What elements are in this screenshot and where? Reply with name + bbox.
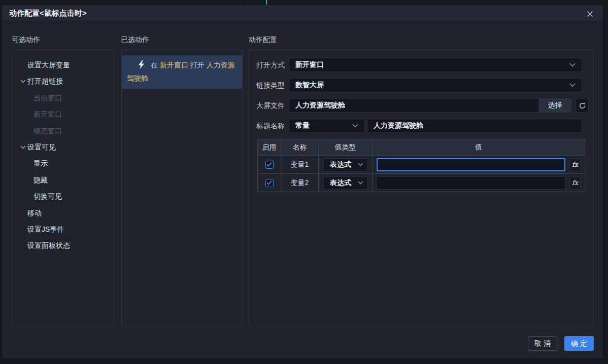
fx-button[interactable]: fx (569, 158, 581, 171)
value-input[interactable] (377, 177, 565, 189)
tree-item-move[interactable]: 移动 (12, 205, 114, 221)
confirm-button[interactable]: 确 定 (564, 336, 594, 351)
header-name: 名称 (281, 139, 319, 155)
action-text-prefix: 在 (151, 61, 158, 69)
table-header-row: 启用 名称 值类型 值 (258, 139, 585, 155)
available-actions-panel: 设置大屏变量 打开超链接 当前窗口 新开窗口 模态窗口 设置可见 显示 隐藏 切… (12, 50, 114, 327)
link-type-select[interactable]: 数智大屏 (289, 78, 582, 92)
chevron-down-icon (358, 181, 363, 185)
variables-table: 启用 名称 值类型 值 变量1 表达式 (257, 139, 585, 192)
tree-item-set-js-event[interactable]: 设置JS事件 (12, 221, 114, 237)
select-file-button[interactable]: 选择 (538, 99, 571, 112)
close-button[interactable] (584, 8, 596, 20)
tree-item-toggle-visibility[interactable]: 切换可见 (12, 188, 114, 204)
open-mode-label: 打开方式 (256, 58, 288, 72)
value-input-wrapper (377, 158, 565, 171)
header-value-type: 值类型 (319, 139, 373, 155)
tree-item-set-panel-state[interactable]: 设置面板状态 (12, 237, 114, 253)
chevron-down-icon[interactable] (19, 139, 26, 155)
screen-file-label: 大屏文件 (256, 98, 288, 113)
title-name-input[interactable] (367, 119, 582, 132)
check-icon (266, 162, 272, 167)
value-type-select[interactable]: 表达式 (323, 158, 368, 171)
selected-action-item[interactable]: 在 新开窗口 打开 人力资源驾驶舱 (122, 55, 242, 89)
tree-item-show[interactable]: 显示 (12, 155, 114, 171)
dialog-titlebar: 动作配置<鼠标点击时> (2, 5, 603, 22)
action-config-header: 动作配置 (249, 35, 277, 45)
background-teal-marker (266, 0, 267, 5)
title-name-input-group (367, 119, 582, 133)
header-enable: 启用 (258, 139, 281, 155)
tree-item-current-window: 当前窗口 (12, 90, 114, 106)
enable-checkbox[interactable] (265, 161, 274, 169)
variable-name: 变量2 (281, 173, 319, 192)
action-config-dialog: 动作配置<鼠标点击时> 可选动作 已选动作 动作配置 设置大屏变量 打开超链接 … (2, 5, 603, 358)
refresh-button[interactable] (576, 98, 589, 113)
tree-item-new-window: 新开窗口 (12, 106, 114, 122)
selected-actions-panel: 在 新开窗口 打开 人力资源驾驶舱 (121, 50, 243, 327)
tree-item-open-hyperlink[interactable]: 打开超链接 (12, 73, 114, 89)
lightning-icon (138, 60, 145, 69)
chevron-down-icon (358, 163, 363, 166)
enable-checkbox[interactable] (265, 179, 274, 187)
check-icon (266, 180, 272, 185)
tree-item-set-visibility[interactable]: 设置可见 (12, 139, 114, 155)
table-row: 变量1 表达式 fx (258, 155, 585, 173)
action-text-verb: 打开 (190, 61, 205, 69)
title-type-select[interactable]: 常量 (289, 119, 365, 133)
tree-item-set-screen-variable[interactable]: 设置大屏变量 (12, 57, 114, 73)
chevron-down-icon (352, 124, 358, 128)
dialog-title: 动作配置<鼠标点击时> (9, 9, 87, 18)
chevron-down-icon (569, 83, 576, 87)
chevron-down-icon[interactable] (19, 73, 26, 89)
chevron-down-icon (569, 63, 576, 67)
refresh-icon (579, 102, 586, 110)
screen-file-input[interactable] (289, 99, 538, 112)
variable-name: 变量1 (281, 155, 319, 173)
title-name-label: 标题名称 (256, 119, 288, 133)
dialog-footer: 取 消 确 定 (528, 336, 594, 351)
fx-button[interactable]: fx (569, 176, 581, 190)
page-background: 动作配置<鼠标点击时> 可选动作 已选动作 动作配置 设置大屏变量 打开超链接 … (0, 0, 608, 364)
available-actions-header: 可选动作 (12, 35, 40, 45)
tree-item-hide[interactable]: 隐藏 (12, 172, 114, 188)
value-input-wrapper (377, 176, 565, 190)
value-input[interactable] (378, 159, 564, 170)
selected-actions-header: 已选动作 (121, 35, 149, 45)
value-type-select[interactable]: 表达式 (323, 176, 368, 190)
header-value: 值 (373, 139, 585, 155)
cancel-button[interactable]: 取 消 (528, 336, 557, 351)
open-mode-select[interactable]: 新开窗口 (289, 58, 582, 72)
action-tree: 设置大屏变量 打开超链接 当前窗口 新开窗口 模态窗口 设置可见 显示 隐藏 切… (12, 50, 114, 254)
tree-item-modal-window: 模态窗口 (12, 123, 114, 139)
close-icon (586, 10, 594, 18)
table-row: 变量2 表达式 fx (258, 173, 585, 192)
link-type-label: 链接类型 (256, 78, 288, 92)
background-panel-divider (247, 0, 247, 5)
action-config-panel: 打开方式 新开窗口 链接类型 数智大屏 大屏文件 选择 (249, 50, 594, 327)
screen-file-input-group: 选择 (289, 98, 571, 113)
action-text-target: 新开窗口 (160, 61, 188, 69)
